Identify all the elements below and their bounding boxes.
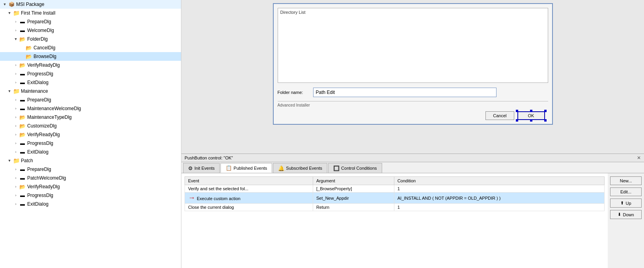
toggle[interactable]: ›	[13, 20, 19, 24]
patch-toggle[interactable]: ▼	[6, 159, 13, 163]
table-row[interactable]: →Execute custom actionSet_New_AppdirAI_I…	[185, 193, 605, 204]
toggle[interactable]: ›	[13, 141, 19, 145]
tree-customizedlg[interactable]: › 📂 CustomizeDlg	[0, 122, 181, 130]
doc-icon: ▬	[19, 167, 26, 172]
toggle[interactable]: ›	[13, 193, 19, 197]
tree-canceldlg[interactable]: 📂 CancelDlg	[0, 43, 181, 52]
toggle[interactable]: ›	[13, 124, 19, 128]
dialog-buttons: Cancel OK	[278, 111, 548, 120]
cancel-button[interactable]: Cancel	[485, 111, 514, 120]
doc-icon: ▬	[19, 106, 26, 111]
tree-welcomedlg[interactable]: › ▬ WelcomeDlg	[0, 26, 181, 35]
close-button[interactable]: ✕	[637, 155, 641, 161]
tree-preparedlg-3[interactable]: › ▬ PrepareDlg	[0, 165, 181, 174]
handle-bl	[516, 119, 518, 122]
tab-published-events[interactable]: 📋 Published Events	[220, 163, 272, 173]
toggle[interactable]: ›	[13, 185, 19, 189]
maintenance-toggle[interactable]: ▼	[6, 89, 13, 93]
item-label: FolderDlg	[27, 36, 48, 42]
directory-list-label: Directory List	[280, 10, 306, 15]
tree-maintenancewelcomedlg[interactable]: › ▬ MaintenanceWelcomeDlg	[0, 104, 181, 113]
toggle[interactable]: ›	[13, 176, 19, 180]
folder-gear-icon: 📂	[19, 36, 26, 42]
tree-folderdlg[interactable]: ▼ 📂 FolderDlg	[0, 35, 181, 43]
toggle[interactable]: ›	[13, 81, 19, 84]
item-label: ProgressDlg	[27, 193, 53, 198]
folder-name-input[interactable]	[313, 88, 497, 97]
toggle[interactable]: ›	[13, 167, 19, 171]
handle-br	[544, 119, 547, 122]
control-info-label: PushButton control: "OK"	[185, 156, 233, 160]
tab-subscribed-events[interactable]: 🔔 Subscribed Events	[273, 163, 327, 173]
cell-event: →Execute custom action	[185, 193, 313, 204]
tree-exitdialog-1[interactable]: › ▬ ExitDialog	[0, 78, 181, 87]
tree-verifyreadydlg-1[interactable]: › 📂 VerifyReadyDlg	[0, 61, 181, 69]
toggle[interactable]: ›	[13, 98, 19, 102]
toggle[interactable]: ›	[13, 133, 19, 137]
item-label: VerifyReadyDlg	[27, 132, 60, 137]
table-row[interactable]: Verify and set the selected fol...[_Brow…	[185, 185, 605, 193]
cell-condition: 1	[394, 185, 604, 193]
tree-preparedlg-1[interactable]: › ▬ PrepareDlg	[0, 17, 181, 26]
tree-preparedlg-2[interactable]: › ▬ PrepareDlg	[0, 96, 181, 104]
ok-button[interactable]: OK	[517, 111, 545, 120]
doc-icon: ▬	[19, 80, 26, 85]
up-button[interactable]: ⬆ Up	[610, 199, 642, 208]
control-info-bar: PushButton control: "OK" ✕	[181, 154, 644, 162]
toggle[interactable]: ›	[13, 107, 19, 111]
edit-button[interactable]: Edit...	[610, 187, 642, 196]
root-toggle[interactable]: ▼	[2, 2, 8, 6]
toggle[interactable]: ▼	[13, 37, 19, 41]
directory-list-area: Directory List	[278, 8, 548, 83]
tree-exitdialog-2[interactable]: › ▬ ExitDialog	[0, 148, 181, 156]
doc-icon: ▬	[19, 19, 26, 24]
tree-exitdialog-3[interactable]: › ▬ ExitDialog	[0, 200, 181, 208]
tab-control-conditions[interactable]: 🔲 Control Conditions	[328, 163, 382, 173]
tree-progressdlg-2[interactable]: › ▬ ProgressDlg	[0, 139, 181, 148]
tree-progressdlg-1[interactable]: › ▬ ProgressDlg	[0, 69, 181, 78]
tree-verifyreadydlg-3[interactable]: › 📂 VerifyReadyDlg	[0, 182, 181, 191]
group-maintenance[interactable]: ▼ 📁 Maintenance	[0, 87, 181, 96]
init-events-icon: ⚙	[188, 165, 193, 171]
group-first-time-install[interactable]: ▼ 📁 First Time Install	[0, 9, 181, 17]
item-label: WelcomeDlg	[27, 28, 54, 33]
events-area: Event Argument Condition Verify and set …	[181, 173, 608, 268]
first-time-install-toggle[interactable]: ▼	[6, 11, 13, 15]
doc-icon: ▬	[19, 149, 26, 155]
item-label: PrepareDlg	[27, 19, 51, 24]
subscribed-events-icon: 🔔	[278, 165, 284, 171]
tab-init-events[interactable]: ⚙ Init Events	[183, 163, 220, 173]
toggle[interactable]: ›	[13, 72, 19, 76]
item-label: CustomizeDlg	[27, 123, 57, 129]
events-table: Event Argument Condition Verify and set …	[185, 176, 605, 211]
control-conditions-icon: 🔲	[333, 165, 340, 171]
tab-control-conditions-label: Control Conditions	[341, 166, 377, 171]
tree-verifyreadydlg-2[interactable]: › 📂 VerifyReadyDlg	[0, 130, 181, 139]
toggle[interactable]: ›	[13, 150, 19, 154]
folder-icon: 📁	[13, 157, 20, 164]
group-patch[interactable]: ▼ 📁 Patch	[0, 156, 181, 165]
cell-event: Verify and set the selected fol...	[185, 185, 313, 193]
handle-tm	[530, 110, 532, 112]
table-row[interactable]: Close the current dialogReturn1	[185, 204, 605, 211]
folder-icon: 📁	[13, 88, 20, 94]
toggle[interactable]: ›	[13, 202, 19, 206]
down-button[interactable]: ⬇ Down	[610, 210, 642, 219]
folder-gear-icon: 📂	[19, 123, 26, 129]
tree-root[interactable]: ▼ 📦 MSI Package	[0, 0, 181, 9]
tree-maintenancetypedlg[interactable]: › 📂 MaintenanceTypeDlg	[0, 113, 181, 122]
toggle[interactable]: ›	[13, 63, 19, 67]
new-button[interactable]: New...	[610, 176, 642, 185]
tree-progressdlg-3[interactable]: › ▬ ProgressDlg	[0, 191, 181, 200]
item-label: CancelDlg	[34, 45, 55, 51]
tree-panel: ▼ 📦 MSI Package ▼ 📁 First Time Install ›…	[0, 0, 181, 268]
toggle[interactable]: ›	[13, 28, 19, 32]
folder-name-label: Folder name:	[278, 90, 313, 95]
tree-patchwelcomedlg[interactable]: › ▬ PatchWelcomeDlg	[0, 174, 181, 182]
tree-browsedlg[interactable]: 📂 BrowseDlg	[0, 52, 181, 61]
toggle[interactable]: ›	[13, 115, 19, 119]
folder-name-row: Folder name:	[278, 86, 548, 99]
up-arrow-icon: ⬆	[620, 201, 624, 206]
published-events-icon: 📋	[226, 165, 232, 171]
item-label: MaintenanceTypeDlg	[27, 114, 72, 120]
